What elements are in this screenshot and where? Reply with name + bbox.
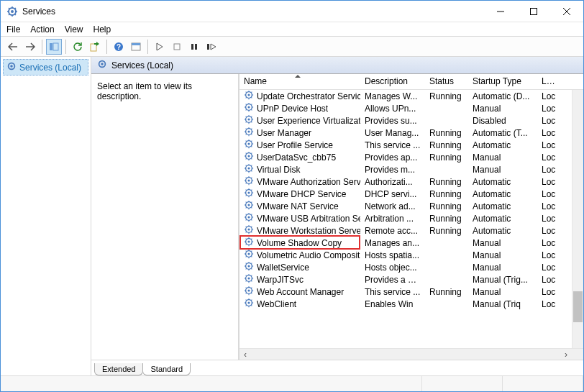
service-icon <box>244 298 254 310</box>
cell-name: Update Orchestrator Service <box>239 90 360 102</box>
table-row[interactable]: Virtual DiskProvides m...ManualLoc <box>239 163 583 176</box>
table-row[interactable]: Web Account ManagerThis service ...Runni… <box>239 286 583 298</box>
cell-startup: Automatic <box>468 189 537 199</box>
table-row[interactable]: UserDataSvc_cbb75Provides ap...RunningMa… <box>239 151 583 163</box>
menu-file[interactable]: File <box>6 24 20 35</box>
scrollbar-thumb[interactable] <box>573 291 583 322</box>
column-name[interactable]: Name <box>239 74 360 89</box>
svg-point-38 <box>247 191 250 193</box>
tab-standard[interactable]: Standard <box>142 363 191 375</box>
back-button[interactable] <box>5 39 21 55</box>
column-status[interactable]: Status <box>425 74 468 89</box>
column-logon-as[interactable]: Log <box>537 74 560 89</box>
table-row[interactable]: WarpJITSvcProvides a JI...Manual (Trig..… <box>239 273 583 286</box>
svg-point-46 <box>247 240 250 242</box>
column-startup-type[interactable]: Startup Type <box>468 74 537 89</box>
table-row[interactable]: VMware USB Arbitration Ser...Arbitration… <box>239 212 583 224</box>
cell-description: Provides a JI... <box>360 275 425 285</box>
stop-service-button[interactable] <box>169 39 185 55</box>
description-prompt: Select an item to view its description. <box>97 81 192 101</box>
refresh-button[interactable] <box>70 39 86 55</box>
scroll-right-icon[interactable]: › <box>560 349 572 360</box>
cell-description: Allows UPn... <box>360 104 425 114</box>
cell-logon: Loc <box>537 275 560 285</box>
service-icon <box>244 176 254 188</box>
close-button[interactable] <box>550 1 583 22</box>
table-row[interactable]: VMware DHCP ServiceDHCP servi...RunningA… <box>239 188 583 200</box>
cell-name: Web Account Manager <box>239 286 360 298</box>
table-row[interactable]: WalletServiceHosts objec...ManualLoc <box>239 261 583 273</box>
table-row[interactable]: Volume Shadow CopyManages an...ManualLoc <box>239 237 583 249</box>
start-service-button[interactable] <box>152 39 168 55</box>
restart-service-button[interactable] <box>204 39 219 55</box>
cell-startup: Manual <box>468 263 537 273</box>
service-icon <box>244 273 254 286</box>
menu-action[interactable]: Action <box>30 24 54 35</box>
window-title: Services <box>22 6 484 17</box>
horizontal-scrollbar[interactable]: ‹ › <box>239 348 583 360</box>
pause-service-button[interactable] <box>186 39 202 55</box>
table-row[interactable]: User Profile ServiceThis service ...Runn… <box>239 139 583 151</box>
cell-name: VMware DHCP Service <box>239 188 360 200</box>
table-row[interactable]: VMware NAT ServiceNetwork ad...RunningAu… <box>239 200 583 212</box>
service-icon <box>244 90 254 102</box>
maximize-button[interactable] <box>517 1 550 22</box>
cell-description: This service ... <box>360 140 425 150</box>
cell-name: Volume Shadow Copy <box>239 237 360 249</box>
cell-description: Hosts spatia... <box>360 250 425 260</box>
cell-name: User Profile Service <box>239 139 360 151</box>
minimize-button[interactable] <box>484 1 517 22</box>
svg-point-56 <box>247 301 250 304</box>
cell-description: Provides su... <box>360 116 425 126</box>
tree-node-label: Services (Local) <box>19 63 81 73</box>
cell-name: VMware Workstation Server <box>239 224 360 237</box>
menu-help[interactable]: Help <box>93 24 111 35</box>
cell-startup: Automatic <box>468 214 537 224</box>
tab-extended[interactable]: Extended <box>94 363 143 375</box>
toolbar: ? <box>1 37 583 57</box>
console-tree[interactable]: Services (Local) <box>1 57 91 375</box>
view-tabs: Extended Standard <box>91 360 583 375</box>
table-row[interactable]: User ManagerUser Manag...RunningAutomati… <box>239 127 583 139</box>
cell-description: User Manag... <box>360 128 425 138</box>
svg-point-54 <box>247 289 250 291</box>
menu-view[interactable]: View <box>65 24 83 35</box>
cell-name: UPnP Device Host <box>239 102 360 114</box>
service-icon <box>244 188 254 200</box>
tree-node-services-local[interactable]: Services (Local) <box>3 59 88 76</box>
service-list[interactable]: Name Description Status Startup Type Log… <box>239 74 583 360</box>
svg-rect-8 <box>91 44 96 51</box>
forward-button[interactable] <box>22 39 38 55</box>
table-row[interactable]: User Experience Virtualizatio...Provides… <box>239 114 583 127</box>
table-row[interactable]: VMware Workstation ServerRemote acc...Ru… <box>239 224 583 237</box>
cell-startup: Automatic <box>468 177 537 187</box>
table-row[interactable]: VMware Authorization Servi...Authorizati… <box>239 176 583 188</box>
menu-bar: File Action View Help <box>1 22 583 37</box>
cell-logon: Loc <box>537 238 560 248</box>
export-button[interactable] <box>87 39 103 55</box>
cell-startup: Automatic (D... <box>468 91 537 101</box>
table-row[interactable]: WebClientEnables WinManual (TriqLoc <box>239 298 583 310</box>
cell-startup: Automatic (T... <box>468 128 537 138</box>
cell-startup: Manual <box>468 287 537 297</box>
scroll-left-icon[interactable]: ‹ <box>239 349 251 360</box>
toolbar-separator <box>65 40 66 54</box>
cell-startup: Automatic <box>468 140 537 150</box>
table-row[interactable]: Update Orchestrator ServiceManages W...R… <box>239 90 583 102</box>
table-row[interactable]: UPnP Device HostAllows UPn...ManualLoc <box>239 102 583 114</box>
column-headers[interactable]: Name Description Status Startup Type Log <box>239 74 583 90</box>
service-rows[interactable]: Update Orchestrator ServiceManages W...R… <box>239 90 583 348</box>
properties-button[interactable] <box>128 39 144 55</box>
service-icon <box>244 224 254 237</box>
cell-logon: Loc <box>537 299 560 309</box>
table-row[interactable]: Volumetric Audio Composit...Hosts spatia… <box>239 249 583 261</box>
help-button[interactable]: ? <box>111 39 127 55</box>
vertical-scrollbar[interactable] <box>572 90 583 348</box>
show-hide-tree-button[interactable] <box>46 39 62 55</box>
column-description[interactable]: Description <box>360 74 425 89</box>
description-panel: Select an item to view its description. <box>91 74 239 360</box>
cell-name: Virtual Disk <box>239 163 360 176</box>
svg-text:?: ? <box>117 43 121 51</box>
service-icon <box>244 163 254 176</box>
title-bar[interactable]: Services <box>1 1 583 22</box>
